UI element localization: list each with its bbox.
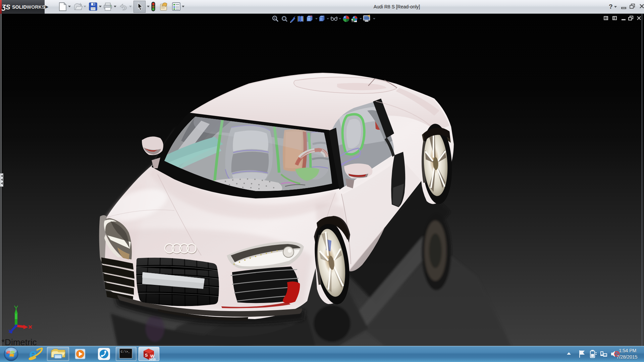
svg-text:C:\>_: C:\>_	[121, 350, 130, 354]
svg-text:?: ?	[609, 3, 613, 10]
svg-text:S: S	[145, 353, 148, 358]
svg-text:2015: 2015	[149, 358, 156, 361]
